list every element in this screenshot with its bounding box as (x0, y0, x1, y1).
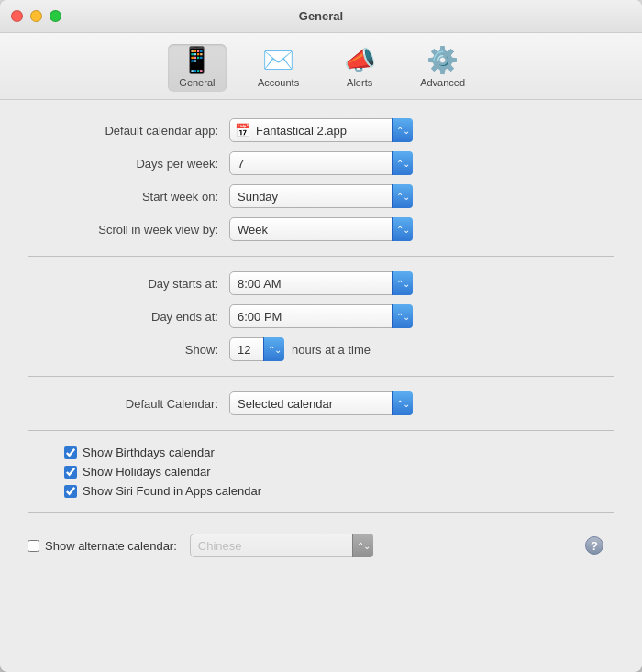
row-show-hours: Show: 12 hours at a time (28, 337, 614, 361)
scroll-week-view-label: Scroll in week view by: (28, 223, 229, 237)
minimize-button[interactable] (30, 10, 42, 22)
day-ends-select-wrapper: 6:00 PM (229, 304, 413, 328)
show-hours-select-wrapper: 12 (229, 337, 284, 361)
show-holidays-checkbox[interactable] (64, 466, 77, 479)
show-siri-checkbox[interactable] (64, 485, 77, 498)
toolbar-item-alerts[interactable]: 📣 Alerts (330, 44, 389, 92)
divider-2 (28, 376, 614, 377)
scroll-week-view-control: Week (229, 217, 413, 241)
row-default-calendar-app: Default calendar app: 📅 Fantastical 2.ap… (28, 118, 614, 142)
advanced-label: Advanced (420, 77, 465, 88)
general-label: General (179, 77, 215, 88)
default-calendar-select-wrapper: Selected calendar (229, 391, 413, 415)
maximize-button[interactable] (50, 10, 61, 22)
days-per-week-label: Days per week: (28, 157, 229, 171)
row-day-ends: Day ends at: 6:00 PM (28, 304, 614, 328)
main-window: General 📱 General ✉️ Accounts 📣 Alerts ⚙… (0, 0, 642, 672)
show-alternate-checkbox[interactable] (28, 540, 39, 552)
row-scroll-week-view: Scroll in week view by: Week (28, 217, 614, 241)
hours-at-a-time-label: hours at a time (292, 343, 371, 357)
content-area: Default calendar app: 📅 Fantastical 2.ap… (0, 100, 642, 672)
advanced-icon: ⚙️ (426, 48, 459, 73)
close-button[interactable] (11, 10, 23, 22)
toolbar-item-advanced[interactable]: ⚙️ Advanced (411, 44, 474, 92)
default-calendar-label: Default Calendar: (28, 397, 229, 411)
alternate-checkbox-group: Show alternate calendar: (28, 539, 183, 553)
day-starts-label: Day starts at: (28, 277, 229, 291)
default-calendar-control: Selected calendar (229, 391, 413, 415)
toolbar-item-general[interactable]: 📱 General (168, 44, 227, 92)
days-per-week-select[interactable]: 7 (229, 151, 413, 175)
row-start-week-on: Start week on: Sunday (28, 184, 614, 208)
show-label: Show: (28, 343, 229, 357)
alerts-icon: 📣 (344, 48, 376, 73)
show-hours-select[interactable]: 12 (229, 337, 284, 361)
help-button[interactable]: ? (585, 536, 603, 555)
show-birthdays-checkbox[interactable] (64, 446, 77, 459)
show-birthdays-label: Show Birthdays calendar (83, 446, 215, 459)
start-week-on-select-wrapper: Sunday (229, 184, 413, 208)
section-day-times: Day starts at: 8:00 AM Day ends at: 6:00… (28, 271, 614, 361)
row-default-calendar: Default Calendar: Selected calendar (28, 391, 614, 415)
show-hours-control: 12 hours at a time (229, 337, 371, 361)
day-starts-select[interactable]: 8:00 AM (229, 271, 413, 295)
checkbox-row-holidays: Show Holidays calendar (64, 465, 614, 479)
section-calendar-app: Default calendar app: 📅 Fantastical 2.ap… (28, 118, 614, 241)
default-calendar-app-label: Default calendar app: (28, 124, 229, 138)
default-calendar-select[interactable]: Selected calendar (229, 391, 413, 415)
divider-1 (28, 256, 614, 257)
checkbox-section: Show Birthdays calendar Show Holidays ca… (28, 446, 614, 498)
window-title: General (299, 9, 343, 23)
checkbox-row-siri: Show Siri Found in Apps calendar (64, 484, 614, 498)
checkbox-row-birthdays: Show Birthdays calendar (64, 446, 614, 459)
row-day-starts: Day starts at: 8:00 AM (28, 271, 614, 295)
start-week-on-label: Start week on: (28, 190, 229, 204)
divider-4 (28, 512, 614, 513)
default-calendar-app-select-wrapper: 📅 Fantastical 2.app (229, 118, 413, 142)
toolbar: 📱 General ✉️ Accounts 📣 Alerts ⚙️ Advanc… (0, 33, 642, 100)
days-per-week-select-wrapper: 7 (229, 151, 413, 175)
show-alternate-label: Show alternate calendar: (45, 539, 177, 553)
show-siri-label: Show Siri Found in Apps calendar (83, 484, 261, 498)
start-week-on-control: Sunday (229, 184, 413, 208)
window-controls (11, 10, 61, 22)
scroll-week-view-select-wrapper: Week (229, 217, 413, 241)
days-per-week-control: 7 (229, 151, 413, 175)
day-ends-select[interactable]: 6:00 PM (229, 304, 413, 328)
titlebar: General (0, 0, 642, 33)
help-icon: ? (591, 539, 598, 553)
day-starts-select-wrapper: 8:00 AM (229, 271, 413, 295)
day-ends-label: Day ends at: (28, 310, 229, 324)
row-days-per-week: Days per week: 7 (28, 151, 614, 175)
show-holidays-label: Show Holidays calendar (83, 465, 210, 479)
day-ends-control: 6:00 PM (229, 304, 413, 328)
alternate-calendar-select-wrapper: Chinese (190, 534, 373, 557)
day-starts-control: 8:00 AM (229, 271, 413, 295)
accounts-label: Accounts (258, 77, 299, 88)
alternate-calendar-select[interactable]: Chinese (190, 534, 373, 557)
accounts-icon: ✉️ (262, 48, 294, 73)
divider-3 (28, 430, 614, 431)
scroll-week-view-select[interactable]: Week (229, 217, 413, 241)
default-calendar-app-control: 📅 Fantastical 2.app (229, 118, 413, 142)
alerts-label: Alerts (347, 77, 372, 88)
start-week-on-select[interactable]: Sunday (229, 184, 413, 208)
default-calendar-app-select[interactable]: Fantastical 2.app (229, 118, 413, 142)
alternate-calendar-row: Show alternate calendar: Chinese ? (28, 528, 614, 563)
toolbar-item-accounts[interactable]: ✉️ Accounts (249, 44, 308, 92)
section-default-calendar: Default Calendar: Selected calendar (28, 391, 614, 415)
general-icon: 📱 (181, 48, 213, 73)
